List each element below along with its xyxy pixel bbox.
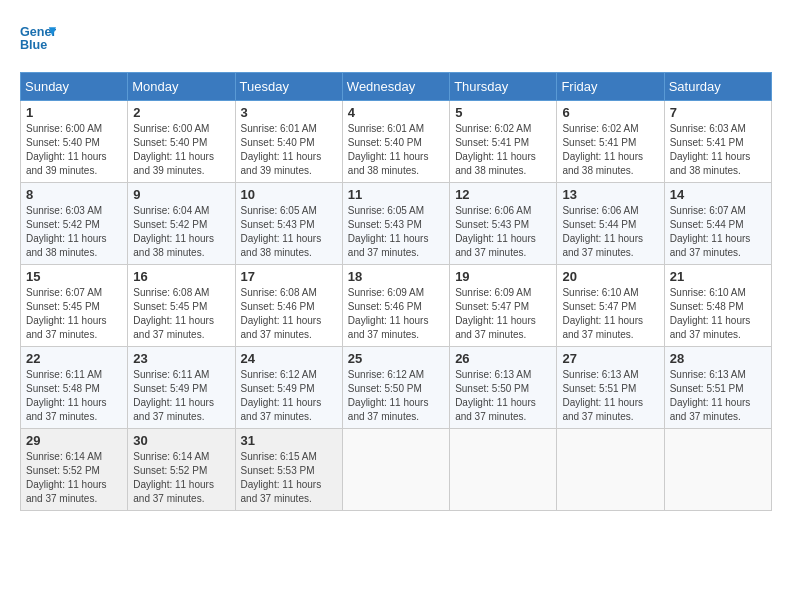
calendar-cell: 6 Sunrise: 6:02 AM Sunset: 5:41 PM Dayli…	[557, 101, 664, 183]
day-number: 19	[455, 269, 551, 284]
day-info: Sunrise: 6:06 AM Sunset: 5:44 PM Dayligh…	[562, 204, 658, 260]
day-number: 10	[241, 187, 337, 202]
weekday-header-sunday: Sunday	[21, 73, 128, 101]
day-info: Sunrise: 6:04 AM Sunset: 5:42 PM Dayligh…	[133, 204, 229, 260]
calendar-cell: 14 Sunrise: 6:07 AM Sunset: 5:44 PM Dayl…	[664, 183, 771, 265]
day-info: Sunrise: 6:03 AM Sunset: 5:41 PM Dayligh…	[670, 122, 766, 178]
calendar-cell: 19 Sunrise: 6:09 AM Sunset: 5:47 PM Dayl…	[450, 265, 557, 347]
weekday-header-monday: Monday	[128, 73, 235, 101]
day-info: Sunrise: 6:08 AM Sunset: 5:46 PM Dayligh…	[241, 286, 337, 342]
weekday-header-friday: Friday	[557, 73, 664, 101]
day-info: Sunrise: 6:09 AM Sunset: 5:47 PM Dayligh…	[455, 286, 551, 342]
day-number: 2	[133, 105, 229, 120]
day-info: Sunrise: 6:05 AM Sunset: 5:43 PM Dayligh…	[241, 204, 337, 260]
calendar-cell: 7 Sunrise: 6:03 AM Sunset: 5:41 PM Dayli…	[664, 101, 771, 183]
day-info: Sunrise: 6:13 AM Sunset: 5:50 PM Dayligh…	[455, 368, 551, 424]
calendar-cell: 20 Sunrise: 6:10 AM Sunset: 5:47 PM Dayl…	[557, 265, 664, 347]
header: General Blue	[20, 20, 772, 56]
week-row-1: 1 Sunrise: 6:00 AM Sunset: 5:40 PM Dayli…	[21, 101, 772, 183]
day-info: Sunrise: 6:07 AM Sunset: 5:45 PM Dayligh…	[26, 286, 122, 342]
day-info: Sunrise: 6:00 AM Sunset: 5:40 PM Dayligh…	[133, 122, 229, 178]
day-info: Sunrise: 6:11 AM Sunset: 5:49 PM Dayligh…	[133, 368, 229, 424]
day-number: 31	[241, 433, 337, 448]
calendar-cell	[557, 429, 664, 511]
day-info: Sunrise: 6:10 AM Sunset: 5:47 PM Dayligh…	[562, 286, 658, 342]
logo: General Blue	[20, 20, 62, 56]
day-info: Sunrise: 6:03 AM Sunset: 5:42 PM Dayligh…	[26, 204, 122, 260]
weekday-header-wednesday: Wednesday	[342, 73, 449, 101]
day-number: 23	[133, 351, 229, 366]
day-number: 8	[26, 187, 122, 202]
calendar-cell: 16 Sunrise: 6:08 AM Sunset: 5:45 PM Dayl…	[128, 265, 235, 347]
day-info: Sunrise: 6:12 AM Sunset: 5:49 PM Dayligh…	[241, 368, 337, 424]
week-row-2: 8 Sunrise: 6:03 AM Sunset: 5:42 PM Dayli…	[21, 183, 772, 265]
calendar-cell: 13 Sunrise: 6:06 AM Sunset: 5:44 PM Dayl…	[557, 183, 664, 265]
day-number: 11	[348, 187, 444, 202]
calendar-cell: 26 Sunrise: 6:13 AM Sunset: 5:50 PM Dayl…	[450, 347, 557, 429]
day-info: Sunrise: 6:02 AM Sunset: 5:41 PM Dayligh…	[455, 122, 551, 178]
logo-icon: General Blue	[20, 20, 56, 56]
weekday-header-tuesday: Tuesday	[235, 73, 342, 101]
calendar-cell	[450, 429, 557, 511]
day-info: Sunrise: 6:01 AM Sunset: 5:40 PM Dayligh…	[241, 122, 337, 178]
day-number: 24	[241, 351, 337, 366]
day-number: 12	[455, 187, 551, 202]
day-number: 15	[26, 269, 122, 284]
day-number: 27	[562, 351, 658, 366]
weekday-header-row: SundayMondayTuesdayWednesdayThursdayFrid…	[21, 73, 772, 101]
day-info: Sunrise: 6:07 AM Sunset: 5:44 PM Dayligh…	[670, 204, 766, 260]
calendar-cell: 28 Sunrise: 6:13 AM Sunset: 5:51 PM Dayl…	[664, 347, 771, 429]
calendar-cell: 22 Sunrise: 6:11 AM Sunset: 5:48 PM Dayl…	[21, 347, 128, 429]
week-row-5: 29 Sunrise: 6:14 AM Sunset: 5:52 PM Dayl…	[21, 429, 772, 511]
day-number: 9	[133, 187, 229, 202]
day-info: Sunrise: 6:10 AM Sunset: 5:48 PM Dayligh…	[670, 286, 766, 342]
day-number: 13	[562, 187, 658, 202]
calendar-cell	[664, 429, 771, 511]
calendar-cell: 15 Sunrise: 6:07 AM Sunset: 5:45 PM Dayl…	[21, 265, 128, 347]
day-number: 16	[133, 269, 229, 284]
calendar-cell: 8 Sunrise: 6:03 AM Sunset: 5:42 PM Dayli…	[21, 183, 128, 265]
calendar-cell	[342, 429, 449, 511]
calendar-cell: 4 Sunrise: 6:01 AM Sunset: 5:40 PM Dayli…	[342, 101, 449, 183]
calendar-cell: 30 Sunrise: 6:14 AM Sunset: 5:52 PM Dayl…	[128, 429, 235, 511]
day-number: 30	[133, 433, 229, 448]
day-info: Sunrise: 6:14 AM Sunset: 5:52 PM Dayligh…	[26, 450, 122, 506]
day-number: 3	[241, 105, 337, 120]
day-number: 20	[562, 269, 658, 284]
weekday-header-thursday: Thursday	[450, 73, 557, 101]
day-info: Sunrise: 6:14 AM Sunset: 5:52 PM Dayligh…	[133, 450, 229, 506]
calendar-cell: 24 Sunrise: 6:12 AM Sunset: 5:49 PM Dayl…	[235, 347, 342, 429]
calendar-cell: 11 Sunrise: 6:05 AM Sunset: 5:43 PM Dayl…	[342, 183, 449, 265]
calendar-cell: 2 Sunrise: 6:00 AM Sunset: 5:40 PM Dayli…	[128, 101, 235, 183]
calendar-cell: 3 Sunrise: 6:01 AM Sunset: 5:40 PM Dayli…	[235, 101, 342, 183]
calendar-cell: 29 Sunrise: 6:14 AM Sunset: 5:52 PM Dayl…	[21, 429, 128, 511]
day-number: 25	[348, 351, 444, 366]
day-info: Sunrise: 6:15 AM Sunset: 5:53 PM Dayligh…	[241, 450, 337, 506]
weekday-header-saturday: Saturday	[664, 73, 771, 101]
day-number: 14	[670, 187, 766, 202]
day-number: 17	[241, 269, 337, 284]
day-info: Sunrise: 6:13 AM Sunset: 5:51 PM Dayligh…	[562, 368, 658, 424]
day-number: 28	[670, 351, 766, 366]
calendar-cell: 23 Sunrise: 6:11 AM Sunset: 5:49 PM Dayl…	[128, 347, 235, 429]
week-row-3: 15 Sunrise: 6:07 AM Sunset: 5:45 PM Dayl…	[21, 265, 772, 347]
calendar-cell: 12 Sunrise: 6:06 AM Sunset: 5:43 PM Dayl…	[450, 183, 557, 265]
day-number: 26	[455, 351, 551, 366]
day-info: Sunrise: 6:13 AM Sunset: 5:51 PM Dayligh…	[670, 368, 766, 424]
day-number: 6	[562, 105, 658, 120]
day-number: 18	[348, 269, 444, 284]
day-number: 22	[26, 351, 122, 366]
calendar-cell: 21 Sunrise: 6:10 AM Sunset: 5:48 PM Dayl…	[664, 265, 771, 347]
day-info: Sunrise: 6:06 AM Sunset: 5:43 PM Dayligh…	[455, 204, 551, 260]
calendar-cell: 17 Sunrise: 6:08 AM Sunset: 5:46 PM Dayl…	[235, 265, 342, 347]
calendar: SundayMondayTuesdayWednesdayThursdayFrid…	[20, 72, 772, 511]
calendar-cell: 25 Sunrise: 6:12 AM Sunset: 5:50 PM Dayl…	[342, 347, 449, 429]
calendar-cell: 5 Sunrise: 6:02 AM Sunset: 5:41 PM Dayli…	[450, 101, 557, 183]
day-info: Sunrise: 6:08 AM Sunset: 5:45 PM Dayligh…	[133, 286, 229, 342]
day-info: Sunrise: 6:05 AM Sunset: 5:43 PM Dayligh…	[348, 204, 444, 260]
day-number: 1	[26, 105, 122, 120]
svg-text:Blue: Blue	[20, 38, 47, 52]
calendar-cell: 1 Sunrise: 6:00 AM Sunset: 5:40 PM Dayli…	[21, 101, 128, 183]
calendar-cell: 10 Sunrise: 6:05 AM Sunset: 5:43 PM Dayl…	[235, 183, 342, 265]
day-info: Sunrise: 6:12 AM Sunset: 5:50 PM Dayligh…	[348, 368, 444, 424]
